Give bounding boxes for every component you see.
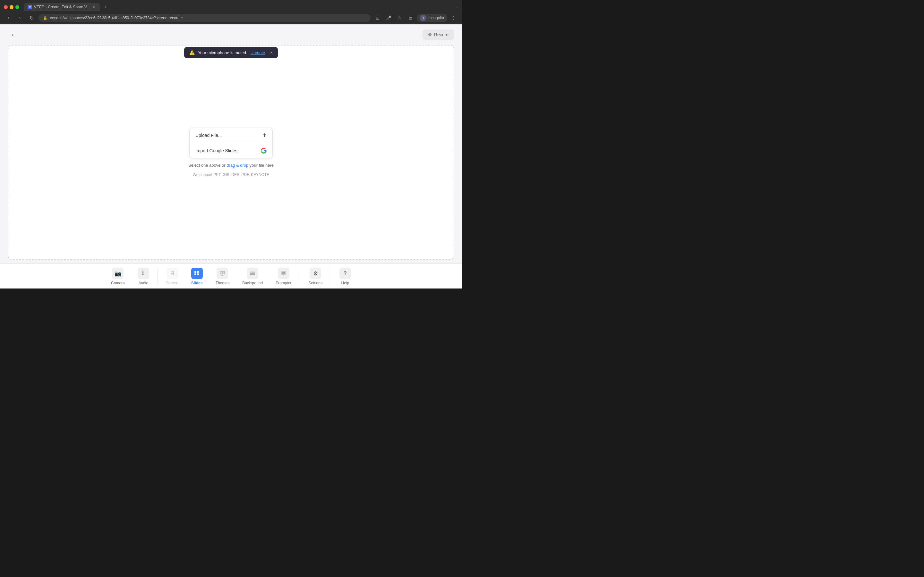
toolbar-item-slides[interactable]: Slides [185,266,209,287]
muted-message: Your microphone is muted. [198,50,247,55]
toolbar-divider-3 [331,269,331,285]
upload-options-panel: Upload File... ⬆ Import Google Slides [189,127,273,158]
profile-label: Incognito [428,16,444,20]
address-text: veed.io/workspaces/22ce6d2f-38c5-4df1-a8… [50,16,366,20]
main-area: ⚠️ Your microphone is muted. Unmute × Up… [0,45,462,263]
drag-drop-link[interactable]: drag & drop [226,163,248,168]
svg-rect-2 [194,274,196,276]
minimize-window-button[interactable] [10,5,13,9]
toolbar-item-help[interactable]: ? Help [333,266,357,287]
cast-button[interactable]: ⊡ [373,13,382,23]
record-button[interactable]: Record [423,29,454,40]
browser-menu-button[interactable]: ⋮ [449,13,458,23]
toolbar-item-screen: 🖥 Screen [160,266,185,287]
bookmark-button[interactable]: ☆ [395,13,404,23]
svg-rect-1 [197,271,199,273]
toolbar-item-background[interactable]: Background [236,266,269,287]
maximize-window-button[interactable] [15,5,19,9]
recording-area: Upload File... ⬆ Import Google Slides Se… [8,45,454,259]
toolbar-item-audio[interactable]: 🎙 Audio [131,266,156,287]
svg-rect-5 [220,271,222,274]
background-icon [247,268,258,279]
audio-label: Audio [138,281,148,285]
forward-button[interactable]: › [15,13,24,23]
sidebar-button[interactable]: ▤ [406,13,415,23]
svg-rect-3 [197,274,199,276]
themes-label: Themes [216,281,229,285]
camera-label: Camera [111,281,125,285]
address-bar[interactable]: 🔒 veed.io/workspaces/22ce6d2f-38c5-4df1-… [39,14,371,22]
mic-muted-button[interactable]: 🎤 [384,13,393,23]
tab-title: VEED - Create, Edit & Share V... [34,5,90,9]
themes-icon [216,268,228,279]
banner-close-button[interactable]: × [270,50,273,55]
svg-rect-6 [223,271,224,274]
svg-rect-0 [194,271,196,273]
back-button[interactable]: ‹ [4,13,13,23]
unmute-link[interactable]: Unmute [250,50,265,55]
google-icon [261,148,267,153]
record-button-label: Record [434,32,449,37]
import-google-slides-button[interactable]: Import Google Slides [190,143,272,158]
upload-file-button[interactable]: Upload File... ⬆ [190,128,272,143]
tab-bar: V VEED - Create, Edit & Share V... × + [24,3,453,11]
screen-label: Screen [166,281,178,285]
bottom-toolbar: 📷 Camera 🎙 Audio 🖥 Screen Slides [0,263,462,288]
settings-icon: ⚙ [310,268,321,279]
prompter-icon [278,268,289,279]
close-window-button[interactable] [4,5,8,9]
active-tab[interactable]: V VEED - Create, Edit & Share V... × [24,3,100,11]
microphone-muted-banner: ⚠️ Your microphone is muted. Unmute × [184,47,278,58]
import-google-slides-label: Import Google Slides [195,148,237,153]
app-header: ‹ Record [0,24,462,45]
slides-label: Slides [191,281,202,285]
lock-icon: 🔒 [43,16,47,20]
tab-list-button[interactable]: ≡ [455,4,458,10]
svg-rect-7 [221,275,223,276]
drag-drop-text-before: Select one above or [188,163,226,168]
toolbar-actions: ⊡ 🎤 ☆ ▤ I Incognito ⋮ [373,13,458,23]
settings-label: Settings [309,281,322,285]
app-content: ‹ Record ⚠️ Your microphone is muted. Un… [0,24,462,288]
toolbar-item-settings[interactable]: ⚙ Settings [302,266,329,287]
reload-button[interactable]: ↻ [27,13,36,23]
svg-point-9 [250,272,252,273]
profile-button[interactable]: I Incognito [417,14,447,22]
prompter-label: Prompter [276,281,291,285]
svg-rect-10 [281,271,286,275]
browser-chrome: V VEED - Create, Edit & Share V... × + ≡… [0,0,462,24]
screen-icon: 🖥 [166,268,178,279]
back-to-workspace-button[interactable]: ‹ [8,29,18,40]
toolbar-item-themes[interactable]: Themes [209,266,236,287]
browser-toolbar: ‹ › ↻ 🔒 veed.io/workspaces/22ce6d2f-38c5… [0,11,462,24]
profile-icon: I [420,15,426,21]
help-label: Help [341,281,349,285]
background-label: Background [242,281,263,285]
supported-formats-text: We support PPT, GSLIDES, PDF, KEYNOTE [193,172,270,177]
help-icon: ? [339,268,351,279]
record-dot-icon [428,33,431,36]
new-tab-button[interactable]: + [102,3,110,11]
camera-icon: 📷 [112,268,124,279]
upload-file-label: Upload File... [195,133,222,138]
traffic-lights [4,5,19,9]
drag-drop-text-after: your file here [248,163,274,168]
title-bar: V VEED - Create, Edit & Share V... × + ≡ [0,0,462,11]
warning-icon: ⚠️ [189,50,195,55]
toolbar-item-prompter[interactable]: Prompter [269,266,298,287]
drag-drop-instructions: Select one above or drag & drop your fil… [188,162,274,169]
toolbar-item-camera[interactable]: 📷 Camera [105,266,131,287]
tab-favicon: V [27,5,32,9]
audio-icon: 🎙 [137,268,149,279]
slides-icon [191,268,203,279]
tab-close-button[interactable]: × [92,5,96,9]
upload-icon: ⬆ [262,132,267,139]
